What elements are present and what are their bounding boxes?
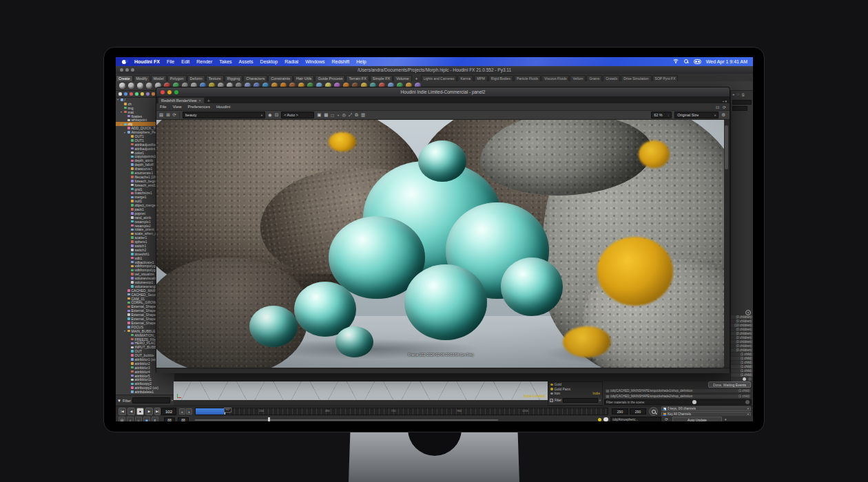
- shelf-tab-viscous-fluids[interactable]: Viscous Fluids: [541, 75, 569, 81]
- chevron-down-icon[interactable]: ▾: [599, 399, 601, 402]
- shelf-tab-terrain-fx[interactable]: Terrain FX: [346, 75, 369, 81]
- shelf-tool-icon[interactable]: [128, 83, 134, 89]
- renderview-titlebar[interactable]: Houdini Indie Limited-Commercial - panel…: [156, 87, 730, 96]
- refresh-icon[interactable]: ⟳: [173, 112, 176, 118]
- shelf-tab-polygon[interactable]: Polygon: [167, 75, 187, 81]
- play-button[interactable]: ▶: [145, 408, 153, 415]
- shelf-tab-particle-fluids[interactable]: Particle Fluids: [514, 75, 541, 81]
- range-end-field-a[interactable]: 290: [612, 408, 628, 415]
- tree-toolbar-icon[interactable]: [124, 92, 127, 96]
- chevron-down-icon[interactable]: ▾: [172, 399, 173, 402]
- circle-icon[interactable]: ◎: [342, 112, 346, 118]
- shelf-tool-icon[interactable]: [137, 83, 143, 89]
- menubar-item-takes[interactable]: Takes: [216, 59, 235, 64]
- shelf-tab-hair-utils[interactable]: Hair Utils: [293, 75, 314, 81]
- next-key-button[interactable]: »: [186, 408, 192, 415]
- shelf-tool-icon[interactable]: [146, 83, 152, 89]
- toggle-icon[interactable]: [743, 377, 746, 381]
- shelf-tab-lights-and-cameras[interactable]: Lights and Cameras: [421, 75, 457, 81]
- shelf-tab-texture[interactable]: Texture: [206, 75, 224, 81]
- renderview-menu-view[interactable]: View: [173, 105, 182, 109]
- shelf-tab-guide-process[interactable]: Guide Process: [315, 75, 345, 81]
- lock-icon[interactable]: ▣: [317, 112, 321, 118]
- jump-to-start-button[interactable]: |◀: [118, 408, 126, 415]
- tree-toolbar-icon[interactable]: [130, 92, 133, 96]
- menubar-item-file[interactable]: File: [163, 59, 178, 64]
- global-range-end-field[interactable]: 88: [178, 417, 189, 421]
- renderview-menu-houdini[interactable]: Houdini: [216, 105, 230, 109]
- tree-toolbar-icon[interactable]: [141, 92, 144, 96]
- sphere-icon[interactable]: [692, 400, 696, 404]
- menubar-item-houdini-fx[interactable]: Houdini FX: [131, 59, 163, 64]
- flipbook-icon[interactable]: ⌂: [135, 417, 142, 421]
- menubar-item-assets[interactable]: Assets: [236, 59, 257, 64]
- timeline-zoom-button[interactable]: [649, 407, 658, 416]
- range-slider[interactable]: [195, 419, 498, 421]
- render-pass-dropdown[interactable]: beauty▾: [183, 112, 265, 118]
- jump-to-end-button[interactable]: ▶|: [154, 408, 161, 415]
- loop-mode-icon[interactable]: ◉: [143, 417, 150, 421]
- menubar-item-redshift[interactable]: Redshift: [329, 59, 353, 64]
- control-center-icon[interactable]: [694, 59, 701, 64]
- parameter-field[interactable]: [732, 100, 752, 105]
- add-icon[interactable]: +: [732, 92, 735, 97]
- shelf-tab-karma[interactable]: Karma: [457, 75, 473, 81]
- tree-toolbar-icon[interactable]: [118, 92, 122, 96]
- refresh-icon[interactable]: ⟳: [665, 417, 668, 421]
- wifi-icon[interactable]: [672, 59, 679, 64]
- apple-menu[interactable]: [121, 59, 127, 65]
- help-icon[interactable]: ?: [745, 310, 751, 315]
- camera-icon[interactable]: ⊡: [716, 105, 719, 109]
- render-status-button[interactable]: Done, Waiting Events: [708, 381, 751, 388]
- shelf-tab-drive-simulation[interactable]: Drive Simulation: [621, 75, 651, 81]
- scene-viewport-strip[interactable]: Indie Limited: [174, 381, 548, 400]
- shelf-tab-crowds[interactable]: Crowds: [603, 75, 620, 81]
- auto-update-dropdown[interactable]: Auto Update: [672, 417, 722, 421]
- tab-redshift-renderview[interactable]: Redshift RenderView ×: [158, 97, 205, 103]
- menubar-clock[interactable]: Wed Apr 1 9:41 AM: [706, 59, 747, 64]
- menubar-item-windows[interactable]: Windows: [302, 59, 328, 64]
- panel-icon[interactable]: ▥: [361, 112, 365, 118]
- grid-icon[interactable]: ▦: [324, 112, 328, 118]
- target-icon[interactable]: ◉: [268, 112, 272, 118]
- timeline-ruler[interactable]: 102 2404807209601200: [195, 408, 608, 415]
- shelf-tool-icon[interactable]: [119, 83, 125, 89]
- chevron-down-icon[interactable]: ▾: [725, 417, 727, 421]
- step-back-button[interactable]: ◀: [127, 408, 135, 415]
- main-window-titlebar[interactable]: /Users/andra/Documents/Projects/Morph.hi…: [116, 66, 753, 74]
- shelf-tab-deform[interactable]: Deform: [187, 75, 205, 81]
- toggle-icon[interactable]: [748, 377, 752, 381]
- menubar-item-radial[interactable]: Radial: [281, 59, 302, 64]
- realtime-toggle-icon[interactable]: ▤: [118, 417, 125, 421]
- menubar-item-render[interactable]: Render: [193, 59, 216, 64]
- close-tab-icon[interactable]: ×: [199, 98, 201, 103]
- search-icon[interactable]: ◌: [737, 92, 740, 97]
- renderview-menu-preferences[interactable]: Preferences: [188, 105, 210, 109]
- background-toggle-icon[interactable]: □: [331, 113, 334, 118]
- image-size-dropdown[interactable]: Original Size▾: [674, 112, 719, 118]
- renderview-menu-file[interactable]: File: [160, 105, 167, 109]
- expand-icon[interactable]: ⤢: [349, 112, 352, 118]
- snapshot-icon[interactable]: ⊞: [166, 112, 169, 118]
- audio-icon[interactable]: ♪: [127, 417, 134, 421]
- search-icon[interactable]: [684, 59, 689, 64]
- prev-key-button[interactable]: «: [179, 408, 185, 415]
- shelf-tab-volume[interactable]: Volume: [393, 75, 411, 81]
- range-end-field-b[interactable]: 290: [630, 408, 646, 415]
- menubar-item-desktop[interactable]: Desktop: [257, 59, 282, 64]
- current-frame-field[interactable]: 102: [161, 408, 176, 415]
- context-path-field[interactable]: /obj/Atmospheric...: [610, 417, 661, 421]
- checkbox-icon[interactable]: ✓: [550, 399, 553, 402]
- menubar-item-help[interactable]: Help: [353, 59, 369, 64]
- shelf-tab-grains[interactable]: Grains: [586, 75, 602, 81]
- info-icon[interactable]: ①: [741, 92, 745, 97]
- tree-toolbar-icon[interactable]: [135, 92, 138, 96]
- clock-icon[interactable]: ◔: [336, 113, 339, 118]
- shelf-tab-vellum[interactable]: Vellum: [570, 75, 586, 81]
- tree-toolbar-icon[interactable]: [152, 92, 155, 96]
- shader-path-row[interactable]: /obj/CACHED_MAINSHAPE/snquickshade2/shop…: [604, 394, 752, 399]
- shelf-tab-rigging[interactable]: Rigging: [225, 75, 243, 81]
- sphere-dark-icon[interactable]: [745, 400, 750, 404]
- shelf-tab-simple-fx[interactable]: Simple FX: [370, 75, 393, 81]
- bucket-order-dropdown[interactable]: < Auto >: [281, 112, 314, 118]
